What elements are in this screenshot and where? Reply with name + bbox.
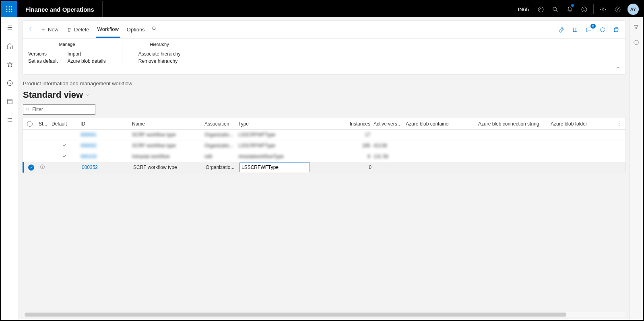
legal-entity[interactable]: IN65: [514, 6, 533, 12]
waffle-icon: [6, 6, 12, 12]
attachments-icon[interactable]: [557, 25, 566, 34]
user-avatar[interactable]: AY: [627, 4, 639, 15]
group-title-hierarchy: Hierarchy: [138, 42, 181, 47]
action-azure-blob-details[interactable]: Azure blob details: [67, 58, 105, 65]
main-content: New Delete Workflow Options 0: [19, 17, 629, 320]
new-button[interactable]: New: [39, 25, 60, 34]
action-remove-hierarchy[interactable]: Remove hierarchy: [138, 58, 181, 65]
row-association: Organizatio…: [203, 132, 237, 138]
action-group-manage: Manage Versions Set as default Import Az…: [28, 42, 106, 65]
row-id-link[interactable]: 000352: [80, 165, 132, 170]
row-default: [50, 143, 79, 149]
related-info-icon[interactable]: [632, 38, 640, 46]
table-row[interactable]: 000002SCRF workflow typeOrganizatio…LSSC…: [23, 140, 625, 151]
table-row[interactable]: 000001SCRF workflow typeOrganizatio…LSSC…: [23, 130, 625, 140]
view-title-label: Standard view: [23, 90, 83, 100]
svg-point-1: [9, 6, 10, 8]
action-versions[interactable]: Versions: [28, 50, 58, 58]
svg-point-11: [582, 7, 587, 12]
column-id[interactable]: ID: [79, 121, 130, 127]
notifications-icon[interactable]: [563, 1, 576, 17]
svg-point-6: [6, 11, 8, 12]
row-select[interactable]: [24, 165, 38, 171]
column-active-version[interactable]: Active version: [372, 121, 404, 127]
filter-pane-icon[interactable]: [632, 23, 640, 31]
chevron-down-icon: [85, 93, 90, 97]
row-id-link[interactable]: 000002: [79, 143, 130, 148]
table-row[interactable]: 000352SCRF workflow typeOrganizatio...0: [23, 162, 625, 173]
grid-column-options-icon[interactable]: ⋮: [615, 121, 623, 126]
quick-filter[interactable]: [23, 104, 95, 115]
svg-point-10: [553, 7, 556, 10]
grid-header: St... Default ID Name Association Type I…: [23, 118, 625, 130]
column-blob-connection[interactable]: Azure blob connection string: [477, 121, 549, 127]
svg-point-0: [6, 6, 8, 8]
select-all[interactable]: [23, 121, 37, 127]
settings-icon[interactable]: [596, 1, 610, 17]
home-icon[interactable]: [3, 39, 17, 53]
modules-icon[interactable]: [3, 113, 17, 127]
messages-badge: 0: [590, 24, 596, 29]
row-association: ndh: [203, 154, 237, 159]
column-status[interactable]: St...: [37, 121, 50, 127]
recent-icon[interactable]: [3, 76, 17, 90]
row-id-link[interactable]: 000103: [79, 154, 130, 159]
svg-point-2: [11, 6, 12, 8]
row-instances: 17: [341, 132, 372, 138]
row-name: SCRF workflow type: [132, 165, 204, 170]
data-grid: St... Default ID Name Association Type I…: [22, 118, 626, 173]
refresh-icon[interactable]: [598, 25, 607, 34]
svg-point-20: [152, 27, 155, 30]
workspaces-icon[interactable]: [3, 95, 17, 108]
open-in-window-icon[interactable]: [571, 25, 580, 34]
svg-point-14: [602, 8, 604, 10]
search-icon[interactable]: [548, 1, 562, 17]
row-type[interactable]: [238, 163, 343, 172]
action-associate-hierarchy[interactable]: Associate hierarchy: [138, 50, 181, 58]
copilot-icon[interactable]: [534, 1, 547, 17]
action-import[interactable]: Import: [67, 50, 105, 58]
row-id-link[interactable]: 000001: [79, 132, 130, 138]
feedback-icon[interactable]: [577, 1, 591, 17]
column-instances[interactable]: Instances: [341, 121, 372, 127]
delete-button[interactable]: Delete: [65, 25, 91, 34]
action-set-as-default[interactable]: Set as default: [28, 58, 58, 65]
row-default: [50, 154, 79, 160]
back-button[interactable]: [27, 26, 34, 34]
row-type: LSSCRFWFType: [237, 143, 341, 148]
svg-point-12: [583, 8, 584, 9]
messages-icon[interactable]: 0: [584, 25, 593, 34]
svg-point-9: [538, 7, 543, 12]
favorites-icon[interactable]: [3, 58, 17, 71]
column-type[interactable]: Type: [237, 121, 341, 127]
tab-options[interactable]: Options: [125, 22, 147, 37]
horizontal-scrollbar[interactable]: [23, 312, 625, 317]
table-row[interactable]: 000103Intrastat workflowndhntrastatworkf…: [23, 151, 625, 162]
app-launcher-button[interactable]: [1, 1, 17, 17]
column-blob-folder[interactable]: Azure blob folder: [549, 121, 597, 127]
top-header: Finance and Operations IN65 AY: [1, 1, 643, 17]
column-default[interactable]: Default: [50, 121, 79, 127]
help-icon[interactable]: [611, 1, 624, 17]
row-association: Organizatio…: [203, 143, 237, 148]
collapse-action-pane-icon[interactable]: [615, 65, 621, 72]
group-title-manage: Manage: [28, 42, 106, 47]
column-association[interactable]: Association: [203, 121, 237, 127]
view-selector[interactable]: Standard view: [22, 89, 626, 104]
svg-point-13: [585, 8, 585, 9]
row-instances: 285: [341, 143, 372, 148]
tab-workflow[interactable]: Workflow: [96, 22, 120, 38]
popout-icon[interactable]: [612, 25, 621, 34]
search-icon: [26, 107, 30, 112]
row-instances: 8: [341, 154, 372, 159]
row-name: SCRF workflow type: [130, 132, 203, 138]
hamburger-icon[interactable]: [3, 21, 17, 34]
svg-point-16: [617, 10, 618, 11]
action-search-icon[interactable]: [151, 26, 157, 33]
column-name[interactable]: Name: [130, 121, 203, 127]
column-blob-container[interactable]: Azure blob container: [404, 121, 477, 127]
svg-rect-22: [614, 28, 618, 31]
filter-input[interactable]: [32, 107, 93, 112]
row-type-input[interactable]: [239, 163, 310, 172]
row-active-version: 42138: [372, 143, 404, 148]
